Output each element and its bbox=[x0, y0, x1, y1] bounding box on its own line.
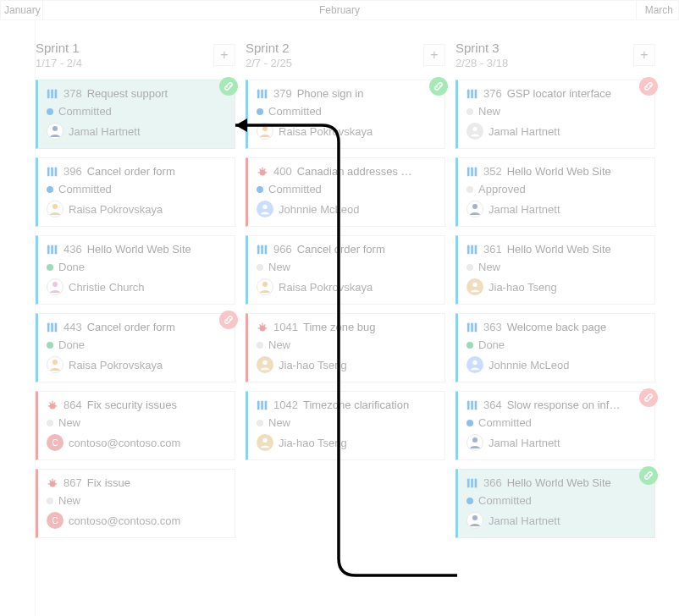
svg-line-26 bbox=[50, 480, 52, 481]
avatar bbox=[257, 434, 273, 451]
svg-rect-60 bbox=[475, 167, 478, 176]
work-item-card[interactable]: 966Cancel order formNewRaisa Pokrovskaya bbox=[246, 235, 445, 305]
timeline-header: January February March bbox=[0, 0, 679, 20]
column-title[interactable]: Sprint 2 bbox=[246, 41, 292, 55]
work-item-title: Cancel order form bbox=[297, 243, 385, 256]
column-header: Sprint 22/7 - 2/25+ bbox=[246, 41, 445, 69]
work-item-id: 361 bbox=[483, 243, 502, 256]
work-item-card[interactable]: 443Cancel order formDoneRaisa Pokrovskay… bbox=[36, 313, 235, 382]
work-item-card[interactable]: 1041Time zone bugNewJia-hao Tseng bbox=[246, 313, 445, 382]
work-item-state: Committed bbox=[58, 105, 112, 118]
backlog-item-icon bbox=[47, 322, 58, 333]
svg-rect-64 bbox=[475, 245, 478, 254]
svg-rect-39 bbox=[257, 245, 260, 254]
add-card-button[interactable]: + bbox=[423, 44, 445, 66]
assignee-name: Raisa Pokrovskaya bbox=[69, 203, 163, 216]
work-item-id: 352 bbox=[483, 165, 502, 178]
assignee-name: Jia-hao Tseng bbox=[489, 281, 557, 294]
work-item-id: 867 bbox=[63, 476, 82, 489]
column-title[interactable]: Sprint 1 bbox=[36, 41, 82, 55]
avatar: C bbox=[47, 512, 63, 529]
work-item-card[interactable]: 366Hello World Web SiteCommittedJamal Ha… bbox=[455, 469, 655, 538]
svg-line-27 bbox=[54, 480, 56, 481]
work-item-card[interactable]: 867Fix issueNewCcontoso@contoso.com bbox=[36, 469, 235, 538]
work-item-card[interactable]: 364Slow response on inf…CommittedJamal H… bbox=[455, 391, 655, 460]
work-item-title: Fix issue bbox=[87, 476, 130, 489]
svg-line-47 bbox=[260, 324, 262, 326]
avatar bbox=[257, 356, 273, 373]
avatar bbox=[466, 434, 483, 451]
work-item-card[interactable]: 400Canadian addresses …CommittedJohnnie … bbox=[246, 157, 445, 227]
state-dot-icon bbox=[466, 498, 473, 504]
assignee-name: Jia-hao Tseng bbox=[279, 437, 347, 449]
avatar bbox=[466, 278, 483, 295]
column-title[interactable]: Sprint 3 bbox=[455, 41, 508, 55]
work-item-state: Approved bbox=[478, 183, 526, 195]
avatar bbox=[466, 512, 483, 529]
work-item-id: 376 bbox=[483, 87, 502, 100]
assignee-name: Jia-hao Tseng bbox=[279, 359, 347, 371]
work-item-state: Committed bbox=[268, 183, 322, 195]
backlog-item-icon bbox=[466, 244, 478, 256]
assignee-name: Johnnie McLeod bbox=[279, 203, 359, 216]
work-item-id: 1042 bbox=[273, 399, 298, 411]
svg-rect-2 bbox=[55, 89, 58, 98]
sprint-board: Sprint 11/17 - 2/4+378Request supportCom… bbox=[0, 20, 679, 555]
backlog-item-icon bbox=[47, 88, 58, 100]
avatar bbox=[47, 356, 63, 373]
work-item-title: Phone sign in bbox=[297, 87, 364, 100]
work-item-id: 379 bbox=[273, 87, 292, 100]
svg-rect-62 bbox=[467, 245, 470, 254]
backlog-item-icon bbox=[257, 399, 268, 411]
add-card-button[interactable]: + bbox=[213, 44, 235, 66]
work-item-card[interactable]: 436Hello World Web SiteDoneChristie Chur… bbox=[36, 235, 235, 305]
work-item-title: Cancel order form bbox=[87, 321, 175, 333]
work-item-id: 436 bbox=[63, 243, 82, 256]
dependency-badge[interactable] bbox=[219, 311, 238, 329]
svg-rect-54 bbox=[467, 89, 470, 98]
work-item-card[interactable]: 361Hello World Web SiteNewJia-hao Tseng bbox=[455, 235, 655, 305]
svg-point-77 bbox=[472, 515, 478, 520]
add-card-button[interactable]: + bbox=[633, 44, 655, 66]
dependency-badge[interactable] bbox=[639, 388, 658, 407]
svg-rect-63 bbox=[471, 245, 473, 254]
avatar bbox=[466, 356, 483, 373]
work-item-card[interactable]: 378Request supportCommittedJamal Hartnet… bbox=[36, 80, 235, 149]
svg-rect-14 bbox=[55, 322, 58, 332]
avatar bbox=[257, 201, 273, 217]
svg-rect-0 bbox=[47, 89, 50, 98]
work-item-card[interactable]: 1042Timezone clarificationNewJia-hao Tse… bbox=[246, 391, 445, 460]
dependency-badge[interactable] bbox=[429, 77, 448, 96]
state-dot-icon bbox=[466, 186, 473, 193]
work-item-state: New bbox=[268, 416, 290, 429]
column-date-range: 2/7 - 2/25 bbox=[246, 57, 292, 69]
svg-rect-28 bbox=[257, 89, 260, 98]
dependency-badge[interactable] bbox=[639, 77, 658, 96]
work-item-title: GSP locator interface bbox=[507, 87, 611, 100]
dependency-badge[interactable] bbox=[639, 466, 658, 485]
svg-rect-76 bbox=[475, 478, 478, 487]
svg-rect-59 bbox=[471, 167, 473, 176]
state-dot-icon bbox=[47, 498, 53, 504]
work-item-card[interactable]: 376GSP locator interfaceNewJamal Hartnet… bbox=[455, 80, 655, 149]
work-item-card[interactable]: 352Hello World Web SiteApprovedJamal Har… bbox=[455, 157, 655, 227]
column-header: Sprint 32/28 - 3/18+ bbox=[455, 41, 655, 69]
svg-rect-40 bbox=[261, 245, 263, 254]
dependency-badge[interactable] bbox=[219, 77, 238, 96]
svg-rect-55 bbox=[471, 89, 473, 98]
work-item-card[interactable]: 363Welcome back pageDoneJohnnie McLeod bbox=[455, 313, 655, 382]
svg-rect-56 bbox=[475, 89, 478, 98]
svg-line-37 bbox=[264, 168, 266, 170]
assignee-name: Jamal Hartnett bbox=[69, 125, 141, 138]
assignee-name: Jamal Hartnett bbox=[489, 514, 560, 527]
svg-point-65 bbox=[472, 283, 477, 287]
state-dot-icon bbox=[257, 186, 263, 193]
svg-rect-71 bbox=[471, 400, 473, 410]
work-item-card[interactable]: 379Phone sign inCommittedRaisa Pokrovska… bbox=[246, 80, 445, 149]
backlog-item-icon bbox=[466, 88, 478, 100]
work-item-card[interactable]: 864Fix security issuesNewCcontoso@contos… bbox=[36, 391, 235, 460]
svg-point-15 bbox=[52, 360, 58, 365]
work-item-card[interactable]: 396Cancel order formCommittedRaisa Pokro… bbox=[36, 157, 235, 227]
state-dot-icon bbox=[466, 108, 473, 115]
state-dot-icon bbox=[466, 264, 473, 271]
